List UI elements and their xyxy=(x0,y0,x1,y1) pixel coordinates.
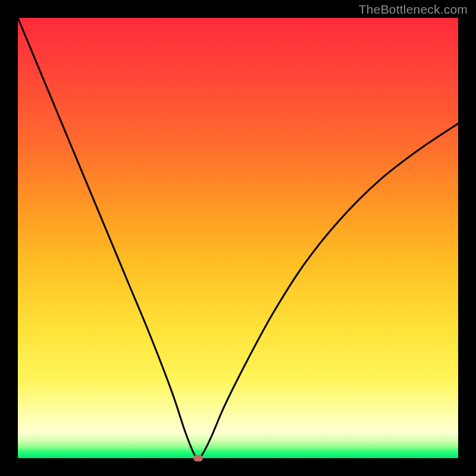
plot-area xyxy=(18,18,458,458)
chart-frame: TheBottleneck.com xyxy=(0,0,476,476)
bottleneck-curve xyxy=(18,18,458,458)
optimal-point-marker xyxy=(193,455,203,462)
watermark-text: TheBottleneck.com xyxy=(359,2,468,17)
curve-svg xyxy=(18,18,458,458)
